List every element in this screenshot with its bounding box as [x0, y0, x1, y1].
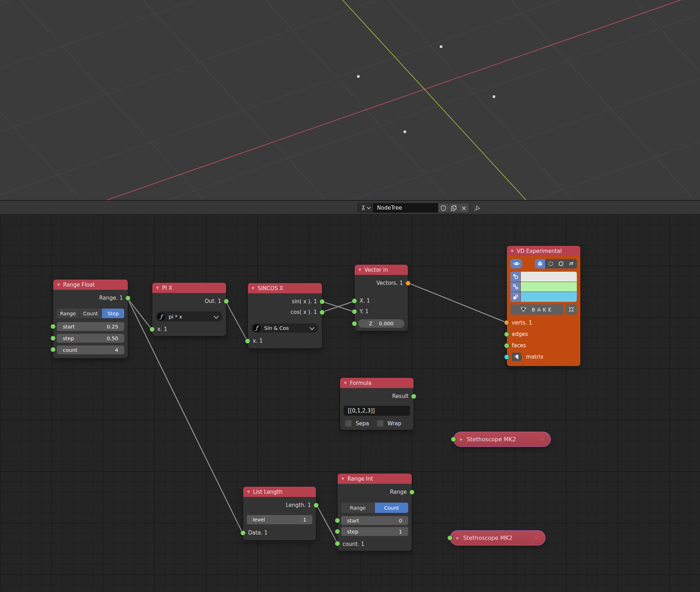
socket-output-range[interactable]: [409, 489, 415, 495]
count-field[interactable]: count 4: [57, 345, 124, 354]
node-header[interactable]: ▼ VD Experimental: [507, 246, 580, 256]
socket-input-x[interactable]: [149, 327, 155, 332]
edges-color-swatch[interactable]: [521, 282, 577, 292]
step-field[interactable]: step 1: [341, 527, 408, 536]
node-header[interactable]: ▼ Formula: [340, 378, 414, 388]
nodetree-name-input[interactable]: [373, 203, 438, 212]
node-header[interactable]: ▼ Range Float: [53, 280, 128, 290]
collapse-icon[interactable]: ▼: [511, 249, 514, 253]
tab-count[interactable]: Count: [375, 503, 408, 513]
node-header[interactable]: ▼ List Length: [243, 487, 316, 497]
function-dropdown[interactable]: ƒ pi * x: [156, 311, 223, 322]
link-length-count[interactable]: [316, 504, 338, 543]
socket-input-count[interactable]: [50, 347, 56, 352]
faces-color-swatch[interactable]: [521, 292, 577, 302]
duplicate-icon: [451, 205, 457, 211]
socket-input-x[interactable]: [352, 298, 357, 304]
collapse-icon[interactable]: ▼: [252, 287, 255, 290]
socket-input-x[interactable]: [245, 338, 250, 344]
socket-input-count[interactable]: [335, 541, 340, 546]
socket-output-out[interactable]: [224, 299, 229, 304]
3d-viewport[interactable]: [0, 0, 700, 200]
verts-color-icon[interactable]: [510, 272, 520, 282]
socket-input-edges[interactable]: [504, 332, 509, 337]
node-header[interactable]: ▼ Range Int: [338, 474, 412, 484]
collapse-icon[interactable]: ▼: [341, 477, 344, 481]
matrix-plug-button[interactable]: [512, 353, 521, 361]
function-dropdown[interactable]: ƒ Sin & Cos: [251, 323, 318, 333]
start-field[interactable]: start 0: [341, 516, 408, 525]
socket-input-data[interactable]: [240, 530, 246, 536]
link-pix-sincos[interactable]: [225, 301, 247, 341]
node-sincos-x[interactable]: ▼ SINCOS X sin( x ). 1 cos( x ). 1 ƒ Sin…: [248, 283, 322, 348]
draw-mode-curve-button[interactable]: [567, 259, 577, 269]
node-editor-canvas[interactable]: ▼ Range Float Range. 1 Range Count Step …: [0, 214, 700, 592]
collapse-icon[interactable]: ▼: [57, 283, 60, 287]
node-header[interactable]: ▼ Vector in: [355, 265, 408, 275]
socket-input-y[interactable]: [352, 309, 357, 314]
socket-output-length[interactable]: [313, 503, 319, 508]
collapse-icon[interactable]: ▼: [359, 268, 361, 272]
pin-icon[interactable]: [473, 204, 481, 212]
node-pi-x[interactable]: ▼ PI X Out. 1 ƒ pi * x x. 1: [152, 283, 226, 336]
socket-output-result[interactable]: [411, 394, 416, 399]
tab-step[interactable]: Step: [102, 309, 124, 318]
step-field[interactable]: step 0.50: [57, 334, 124, 343]
node-formula[interactable]: ▼ Formula Result [[0,1,2,3]] Sepa Wrap: [340, 378, 414, 430]
verts-color-swatch[interactable]: [521, 272, 577, 282]
socket-output-range[interactable]: [125, 295, 131, 301]
node-header[interactable]: ▼ PI X: [152, 283, 226, 293]
socket-output-vectors[interactable]: [405, 281, 411, 286]
faces-color-icon[interactable]: [510, 292, 520, 302]
node-list-length[interactable]: ▼ List Length Length. 1 level 1 Data. 1: [243, 487, 316, 540]
collapse-icon[interactable]: ▼: [156, 286, 159, 290]
socket-input-faces[interactable]: [504, 343, 509, 348]
link-rangefloat-pix[interactable]: [127, 298, 152, 329]
node-stethoscope-mk2[interactable]: ▶ Stethoscope MK2 II: [450, 530, 546, 546]
z-value-field[interactable]: Z 0.000: [358, 319, 404, 328]
socket-input-step[interactable]: [335, 529, 340, 534]
socket-input-matrix[interactable]: [504, 354, 509, 360]
edges-color-icon[interactable]: [510, 282, 520, 292]
socket-output-sin[interactable]: [319, 299, 325, 304]
expand-icon[interactable]: ▶: [456, 536, 459, 540]
node-range-float[interactable]: ▼ Range Float Range. 1 Range Count Step …: [53, 280, 128, 358]
duplicate-nodetree-button[interactable]: [448, 203, 459, 212]
node-header[interactable]: ▼ SINCOS X: [248, 283, 322, 293]
formula-expression-field[interactable]: [[0,1,2,3]]: [344, 406, 410, 416]
gizmo-button[interactable]: [566, 304, 577, 315]
collapse-icon[interactable]: ▼: [247, 490, 250, 494]
draw-mode-circle-button[interactable]: [556, 259, 567, 269]
bake-button[interactable]: BAKE: [510, 304, 563, 315]
nodetree-type-dropdown[interactable]: [357, 203, 373, 212]
tab-range[interactable]: Range: [341, 503, 374, 513]
socket-input-start[interactable]: [335, 518, 340, 523]
sepa-checkbox[interactable]: [345, 420, 352, 427]
node-vd-experimental[interactable]: ▼ VD Experimental: [507, 246, 580, 366]
node-range-int[interactable]: ▼ Range Int Range Range Count start 0 st…: [338, 474, 412, 551]
dashed-circle-icon: [548, 261, 554, 267]
socket-input-data[interactable]: [451, 437, 456, 442]
socket-output-cos[interactable]: [319, 310, 325, 315]
draw-mode-solid-button[interactable]: [535, 259, 545, 269]
socket-input-data[interactable]: [447, 535, 453, 541]
socket-input-z[interactable]: [352, 321, 357, 326]
eye-icon: [513, 261, 520, 266]
level-field[interactable]: level 1: [247, 515, 312, 524]
link-vectors-verts[interactable]: [408, 283, 506, 322]
fake-user-shield-button[interactable]: [438, 203, 448, 212]
tab-count[interactable]: Count: [80, 309, 102, 318]
display-toggle-button[interactable]: [510, 259, 522, 269]
collapse-icon[interactable]: ▼: [344, 381, 347, 385]
tab-range[interactable]: Range: [57, 309, 79, 318]
node-stethoscope-mk2[interactable]: ▶ Stethoscope MK2 II: [453, 432, 551, 447]
wrap-checkbox[interactable]: [377, 420, 384, 427]
unlink-nodetree-button[interactable]: ×: [459, 203, 469, 212]
socket-input-start[interactable]: [50, 324, 56, 329]
node-vector-in[interactable]: ▼ Vector in Vectors. 1 X. 1 Y. 1 Z 0.000: [355, 265, 408, 331]
expand-icon[interactable]: ▶: [460, 437, 463, 441]
draw-mode-vertices-button[interactable]: [546, 259, 556, 269]
socket-input-step[interactable]: [50, 336, 56, 341]
start-field[interactable]: start 0.25: [57, 322, 124, 331]
socket-input-verts[interactable]: [504, 320, 509, 325]
